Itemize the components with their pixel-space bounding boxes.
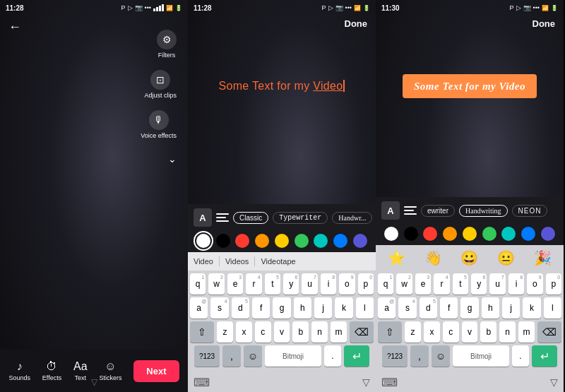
enter-key-3[interactable]: ↵ xyxy=(532,345,557,367)
effects-nav[interactable]: ⏱ Effects xyxy=(42,360,61,381)
period-key-2[interactable]: . xyxy=(324,345,341,367)
adjust-clips-tool[interactable]: ⊡ Adjust clips xyxy=(144,70,177,99)
period-key-3[interactable]: . xyxy=(512,345,529,367)
key-z[interactable]: z xyxy=(217,321,233,343)
smiley-key-3[interactable]: ☺ xyxy=(432,345,450,367)
key-b[interactable]: b xyxy=(292,321,309,343)
key-p-3[interactable]: p0 xyxy=(546,273,561,295)
party-emoji[interactable]: 🎉 xyxy=(534,249,552,266)
sounds-nav[interactable]: ♪ Sounds xyxy=(8,360,30,381)
color-blue-3[interactable] xyxy=(521,227,535,241)
color-purple-3[interactable] xyxy=(541,227,555,241)
bitmoji-key-2[interactable]: Bitmoji xyxy=(265,345,321,367)
font-a-icon-2[interactable]: A xyxy=(194,208,212,227)
enter-key-2[interactable]: ↵ xyxy=(344,345,369,367)
color-teal-3[interactable] xyxy=(501,227,516,241)
key-o[interactable]: o9 xyxy=(339,273,355,295)
voice-effects-tool[interactable]: 🎙 Voice effects xyxy=(141,110,177,139)
key-x-3[interactable]: x xyxy=(424,321,440,343)
suggestion-videotape[interactable]: Videotape xyxy=(261,257,295,266)
key-e[interactable]: e3 xyxy=(227,273,243,295)
color-red-3[interactable] xyxy=(423,227,437,241)
key-c-3[interactable]: c xyxy=(443,321,459,343)
key-k[interactable]: k xyxy=(335,297,352,319)
color-black-3[interactable] xyxy=(404,227,418,241)
suggestion-video[interactable]: Video xyxy=(194,257,213,266)
font-a-icon-3[interactable]: A xyxy=(381,201,400,220)
key-f-3[interactable]: f xyxy=(440,297,458,319)
delete-key-3[interactable]: ⌫ xyxy=(537,321,561,343)
style-typewriter[interactable]: Typewriter xyxy=(273,212,328,224)
style-neon[interactable]: NEON xyxy=(512,205,548,217)
key-v[interactable]: v xyxy=(274,321,290,343)
color-orange-3[interactable] xyxy=(443,227,457,241)
key-t-3[interactable]: t5 xyxy=(453,273,468,295)
key-i[interactable]: i8 xyxy=(321,273,336,295)
wave-emoji[interactable]: 👋 xyxy=(424,249,442,266)
color-white-3[interactable] xyxy=(384,227,398,241)
key-d[interactable]: d5 xyxy=(232,297,249,319)
style-ewriter[interactable]: ewriter xyxy=(421,205,455,217)
key-y-3[interactable]: y6 xyxy=(471,273,487,295)
key-m[interactable]: m xyxy=(331,321,347,343)
key-c[interactable]: c xyxy=(255,321,271,343)
key-x[interactable]: x xyxy=(236,321,252,343)
color-blue[interactable] xyxy=(333,234,347,248)
key-i-3[interactable]: i8 xyxy=(509,273,524,295)
bitmoji-key-3[interactable]: Bitmoji xyxy=(453,345,509,367)
smiley-key-2[interactable]: ☺ xyxy=(244,345,262,367)
color-yellow-3[interactable] xyxy=(463,227,477,241)
shift-key[interactable]: ⇧ xyxy=(190,321,214,343)
key-o-3[interactable]: o9 xyxy=(527,273,542,295)
key-p[interactable]: p0 xyxy=(358,273,374,295)
key-h-3[interactable]: h xyxy=(482,297,499,319)
key-v-3[interactable]: v xyxy=(462,321,478,343)
key-h[interactable]: h xyxy=(294,297,311,319)
color-red[interactable] xyxy=(235,234,249,248)
keyboard-icon-3[interactable]: ⌨ xyxy=(381,376,398,389)
key-u-3[interactable]: u7 xyxy=(489,273,505,295)
color-yellow[interactable] xyxy=(275,234,289,248)
style-handwriting-3[interactable]: Handwriting xyxy=(459,205,508,217)
key-q-3[interactable]: q1 xyxy=(378,273,393,295)
color-black[interactable] xyxy=(216,234,230,248)
num-key-3[interactable]: ?123 xyxy=(382,345,408,367)
key-d-3[interactable]: d5 xyxy=(420,297,437,319)
color-purple[interactable] xyxy=(353,234,367,248)
expand-icon[interactable]: ⌄ xyxy=(168,153,177,165)
num-key-2[interactable]: ?123 xyxy=(194,345,220,367)
key-r[interactable]: r4 xyxy=(246,273,261,295)
key-k-3[interactable]: k xyxy=(523,297,540,319)
key-u[interactable]: u7 xyxy=(302,273,317,295)
style-classic[interactable]: Classic xyxy=(233,212,268,224)
align-icon-3[interactable] xyxy=(404,206,417,215)
emoji-key-2[interactable]: , xyxy=(222,345,241,367)
key-e-3[interactable]: e3 xyxy=(415,273,431,295)
key-f[interactable]: f xyxy=(252,297,270,319)
delete-key[interactable]: ⌫ xyxy=(350,321,374,343)
key-m-3[interactable]: m xyxy=(518,321,535,343)
key-w[interactable]: w2 xyxy=(208,273,224,295)
key-r-3[interactable]: r4 xyxy=(434,273,449,295)
color-green[interactable] xyxy=(295,234,309,248)
key-n[interactable]: n xyxy=(311,321,328,343)
neutral-emoji[interactable]: 😐 xyxy=(497,249,515,266)
key-q[interactable]: q1 xyxy=(190,273,206,295)
key-l-3[interactable]: l xyxy=(544,297,561,319)
next-button[interactable]: Next xyxy=(133,360,179,382)
key-z-3[interactable]: z xyxy=(405,321,421,343)
suggestion-videos[interactable]: Videos xyxy=(225,257,249,266)
star-emoji[interactable]: ⭐ xyxy=(388,249,405,266)
key-a[interactable]: a@ xyxy=(190,297,208,319)
key-l[interactable]: l xyxy=(356,297,374,319)
filters-tool[interactable]: ⚙ Filters xyxy=(157,30,177,59)
key-t[interactable]: t5 xyxy=(265,273,280,295)
text-nav[interactable]: Aa Text xyxy=(73,360,88,381)
comma-key-3[interactable]: , xyxy=(410,345,429,367)
align-icon-2[interactable] xyxy=(216,213,229,222)
key-y[interactable]: y6 xyxy=(283,273,299,295)
shift-key-3[interactable]: ⇧ xyxy=(378,321,402,343)
color-orange[interactable] xyxy=(255,234,269,248)
color-teal[interactable] xyxy=(314,234,328,248)
key-s-3[interactable]: s4 xyxy=(398,297,416,319)
